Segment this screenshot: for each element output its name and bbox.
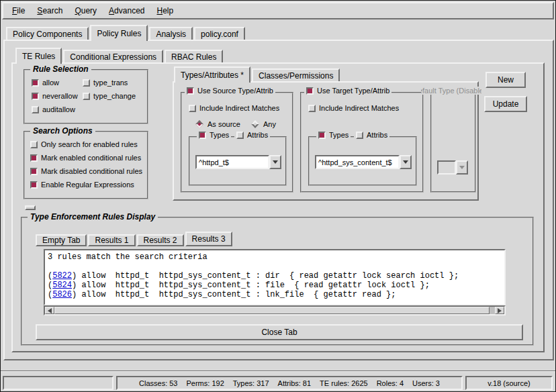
target-type-combobox[interactable]: ^httpd_sys_content_t$	[315, 155, 412, 169]
menu-advanced[interactable]: Advanced	[103, 3, 150, 18]
use-source-type-checkbox[interactable]: Use Source Type/Attrib	[185, 87, 275, 95]
default-type-combobox	[437, 160, 468, 175]
tab-classes-permissions[interactable]: Classes/Permissions	[252, 68, 340, 81]
scroll-right-button[interactable]	[495, 307, 504, 314]
types-attrs-page: Use Source Type/Attrib Include Indirect …	[173, 81, 479, 201]
update-button[interactable]: Update	[484, 96, 527, 112]
search-options-title: Search Options	[30, 126, 95, 136]
rule-id-link[interactable]: 5826	[52, 290, 72, 299]
checkbox-indicator	[30, 154, 38, 162]
checkbox-indicator	[32, 93, 39, 100]
default-type-group: Default Type (Disabled)	[430, 92, 476, 193]
menu-search-label: earch	[42, 6, 62, 15]
checkbox-label: Mark enabled conditional rules	[41, 154, 141, 162]
neverallow-checkbox[interactable]: neverallow	[32, 92, 78, 100]
results-title: Type Enforcement Rules Display	[28, 212, 158, 222]
tab-analysis[interactable]: Analysis	[149, 27, 193, 40]
radio-indicator	[195, 120, 203, 128]
default-type-title: Default Type (Disabled)	[421, 87, 481, 95]
checkbox-label: Attribs	[367, 131, 387, 139]
auditallow-checkbox[interactable]: auditallow	[32, 105, 75, 113]
tab-empty[interactable]: Empty Tab	[36, 234, 87, 246]
results-text[interactable]: 3 rules match the search criteria (5822)…	[44, 249, 506, 305]
target-indirect-checkbox[interactable]: Include Indirect Matches	[308, 104, 399, 112]
source-indirect-checkbox[interactable]: Include Indirect Matches	[189, 104, 279, 112]
tab-policy-components[interactable]: Policy Components	[6, 27, 89, 40]
tab-results-2[interactable]: Results 2	[137, 234, 184, 246]
scrollbar-thumb[interactable]	[54, 307, 490, 314]
rule-line: (5826) allow httpd_t httpd_sys_content_t…	[48, 290, 502, 299]
checkbox-indicator	[189, 105, 196, 112]
use-target-type-checkbox[interactable]: Use Target Type/Attrib	[304, 87, 391, 95]
type-trans-checkbox[interactable]: type_trans	[83, 79, 128, 87]
tab-results-3[interactable]: Results 3	[185, 232, 232, 246]
rule-line: (5824) allow httpd_t httpd_sys_content_t…	[48, 281, 502, 290]
target-types-checkbox[interactable]: Types	[316, 131, 351, 139]
results-tabbar: Empty Tab Results 1 Results 2 Results 3	[36, 232, 232, 246]
menu-file[interactable]: File	[6, 3, 31, 18]
source-type-dropdown-button[interactable]	[269, 155, 281, 169]
tab-policy-conf[interactable]: policy.conf	[194, 27, 245, 40]
target-attribs-checkbox[interactable]: Attribs	[354, 131, 389, 139]
horizontal-scrollbar[interactable]	[44, 305, 506, 315]
main-tabbar: Policy Components Policy Rules Analysis …	[6, 25, 245, 40]
results-header: 3 rules match the search criteria	[48, 252, 502, 262]
stat-perms: Perms: 192	[187, 379, 224, 387]
as-source-radio[interactable]: As source	[195, 120, 240, 128]
checkbox-indicator	[83, 93, 90, 100]
tab-types-attributes[interactable]: Types/Attributes *	[174, 66, 250, 83]
stat-attribs: Attribs: 81	[278, 379, 312, 387]
menu-query-label: uery	[81, 6, 97, 15]
scroll-left-button[interactable]	[45, 307, 54, 314]
pane-sash-handle[interactable]	[25, 205, 36, 210]
mark-enabled-conditional-checkbox[interactable]: Mark enabled conditional rules	[30, 154, 141, 162]
te-tabbar: TE Rules Conditional Expressions RBAC Ru…	[15, 50, 223, 62]
new-button[interactable]: New	[485, 72, 526, 88]
tab-te-rules[interactable]: TE Rules	[15, 48, 62, 64]
tab-conditional-expressions[interactable]: Conditional Expressions	[63, 50, 163, 62]
checkbox-indicator	[308, 105, 316, 112]
target-type-dropdown-button[interactable]	[400, 155, 412, 169]
checkbox-indicator	[83, 79, 90, 87]
rule-text: ) allow httpd_t httpd_sys_content_t : ln…	[72, 290, 396, 299]
checkbox-label: Use Source Type/Attrib	[197, 87, 273, 95]
menu-help-label: elp	[163, 6, 173, 15]
menu-query[interactable]: Query	[68, 3, 103, 18]
tab-results-1[interactable]: Results 1	[88, 234, 135, 246]
stat-types: Types: 317	[233, 379, 269, 387]
source-radio-row: As source Any	[195, 120, 276, 128]
mark-disabled-conditional-checkbox[interactable]: Mark disabled conditional rules	[30, 167, 142, 175]
rule-text: ) allow httpd_t httpd_sys_content_t : fi…	[72, 281, 430, 290]
allow-checkbox[interactable]: allow	[32, 79, 59, 87]
checkbox-indicator	[30, 141, 38, 148]
tab-rbac-rules[interactable]: RBAC Rules	[165, 50, 223, 62]
status-cell-stats: Classes: 53 Perms: 192 Types: 317 Attrib…	[116, 376, 463, 390]
checkbox-indicator	[30, 181, 38, 189]
types-attrs-tabbar: Types/Attributes * Classes/Permissions	[174, 68, 340, 81]
rule-id-link[interactable]: 5822	[52, 271, 72, 281]
tab-policy-rules[interactable]: Policy Rules	[90, 25, 148, 41]
source-type-entry[interactable]: ^httpd_t$	[195, 155, 269, 169]
source-attribs-checkbox[interactable]: Attribs	[234, 131, 270, 139]
source-type-combobox[interactable]: ^httpd_t$	[195, 155, 281, 169]
statusbar: Classes: 53 Perms: 192 Types: 317 Attrib…	[1, 371, 555, 392]
source-types-checkbox[interactable]: Types	[197, 131, 231, 139]
menu-file-label: ile	[17, 6, 25, 15]
menu-help[interactable]: Help	[150, 3, 179, 18]
rule-id-link[interactable]: 5824	[52, 281, 72, 290]
stat-users: Users: 3	[412, 379, 440, 387]
checkbox-indicator	[32, 79, 39, 87]
type-change-checkbox[interactable]: type_change	[83, 92, 136, 100]
checkbox-label: Attribs	[247, 131, 268, 139]
enabled-rules-only-checkbox[interactable]: Only search for enabled rules	[30, 140, 138, 148]
close-tab-button[interactable]: Close Tab	[36, 324, 523, 340]
target-type-entry[interactable]: ^httpd_sys_content_t$	[315, 155, 400, 169]
chevron-down-icon	[273, 160, 278, 164]
regex-checkbox[interactable]: Enable Regular Expressions	[30, 181, 134, 189]
menu-search[interactable]: Search	[31, 3, 68, 18]
status-cell-version: v.18 (source)	[465, 376, 553, 390]
chevron-down-icon	[459, 166, 465, 169]
checkbox-label: neverallow	[42, 92, 78, 100]
any-radio[interactable]: Any	[251, 120, 276, 128]
menu-query-accel: Q	[75, 6, 81, 15]
